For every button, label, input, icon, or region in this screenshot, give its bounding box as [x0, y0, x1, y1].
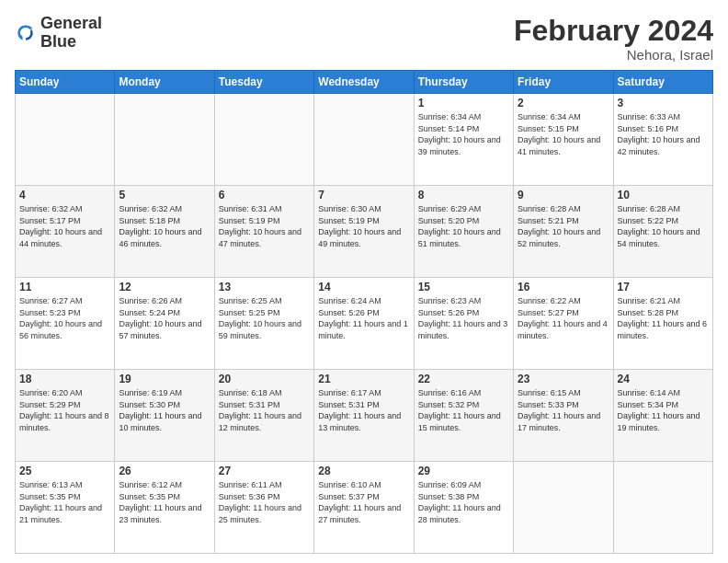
page: General Blue February 2024 Nehora, Israe…: [0, 0, 728, 563]
calendar-cell: 6Sunrise: 6:31 AM Sunset: 5:19 PM Daylig…: [214, 186, 313, 278]
calendar-cell: 11Sunrise: 6:27 AM Sunset: 5:23 PM Dayli…: [16, 278, 115, 370]
calendar-cell: 23Sunrise: 6:15 AM Sunset: 5:33 PM Dayli…: [514, 370, 613, 462]
calendar-cell: 21Sunrise: 6:17 AM Sunset: 5:31 PM Dayli…: [314, 370, 414, 462]
day-info: Sunrise: 6:09 AM Sunset: 5:38 PM Dayligh…: [418, 479, 509, 525]
day-info: Sunrise: 6:13 AM Sunset: 5:35 PM Dayligh…: [19, 479, 110, 525]
day-info: Sunrise: 6:22 AM Sunset: 5:27 PM Dayligh…: [518, 295, 609, 341]
calendar-cell: 13Sunrise: 6:25 AM Sunset: 5:25 PM Dayli…: [214, 278, 313, 370]
day-number: 26: [119, 465, 210, 477]
logo: General Blue: [15, 15, 102, 52]
calendar-cell: 29Sunrise: 6:09 AM Sunset: 5:38 PM Dayli…: [414, 462, 513, 554]
calendar-table: Sunday Monday Tuesday Wednesday Thursday…: [15, 70, 713, 554]
calendar-week-row: 1Sunrise: 6:34 AM Sunset: 5:14 PM Daylig…: [16, 94, 713, 186]
day-number: 15: [418, 281, 509, 293]
calendar-cell: 1Sunrise: 6:34 AM Sunset: 5:14 PM Daylig…: [414, 94, 513, 186]
col-wednesday: Wednesday: [314, 71, 414, 94]
day-number: 21: [318, 373, 409, 385]
day-info: Sunrise: 6:14 AM Sunset: 5:34 PM Dayligh…: [618, 387, 709, 433]
day-number: 6: [219, 189, 310, 201]
col-saturday: Saturday: [613, 71, 712, 94]
calendar-week-row: 11Sunrise: 6:27 AM Sunset: 5:23 PM Dayli…: [16, 278, 713, 370]
day-info: Sunrise: 6:25 AM Sunset: 5:25 PM Dayligh…: [219, 295, 310, 341]
day-number: 18: [19, 373, 110, 385]
day-info: Sunrise: 6:27 AM Sunset: 5:23 PM Dayligh…: [19, 295, 110, 341]
day-number: 4: [19, 189, 110, 201]
calendar-cell: 19Sunrise: 6:19 AM Sunset: 5:30 PM Dayli…: [115, 370, 214, 462]
day-number: 14: [318, 281, 409, 293]
col-monday: Monday: [115, 71, 214, 94]
day-info: Sunrise: 6:10 AM Sunset: 5:37 PM Dayligh…: [318, 479, 409, 525]
calendar-cell: [514, 462, 613, 554]
day-info: Sunrise: 6:34 AM Sunset: 5:15 PM Dayligh…: [518, 111, 609, 157]
calendar-cell: 26Sunrise: 6:12 AM Sunset: 5:35 PM Dayli…: [115, 462, 214, 554]
day-number: 10: [618, 189, 709, 201]
day-number: 20: [219, 373, 310, 385]
day-info: Sunrise: 6:17 AM Sunset: 5:31 PM Dayligh…: [318, 387, 409, 433]
day-number: 16: [518, 281, 609, 293]
calendar-cell: [214, 94, 313, 186]
day-number: 19: [119, 373, 210, 385]
calendar-cell: [314, 94, 414, 186]
day-number: 5: [119, 189, 210, 201]
day-info: Sunrise: 6:23 AM Sunset: 5:26 PM Dayligh…: [418, 295, 509, 341]
day-number: 27: [219, 465, 310, 477]
day-info: Sunrise: 6:28 AM Sunset: 5:21 PM Dayligh…: [518, 203, 609, 249]
main-title: February 2024: [514, 15, 713, 47]
calendar-week-row: 18Sunrise: 6:20 AM Sunset: 5:29 PM Dayli…: [16, 370, 713, 462]
logo-icon: [15, 22, 37, 44]
calendar-cell: 24Sunrise: 6:14 AM Sunset: 5:34 PM Dayli…: [613, 370, 712, 462]
day-number: 29: [418, 465, 509, 477]
day-number: 17: [618, 281, 709, 293]
calendar-week-row: 4Sunrise: 6:32 AM Sunset: 5:17 PM Daylig…: [16, 186, 713, 278]
calendar-cell: 22Sunrise: 6:16 AM Sunset: 5:32 PM Dayli…: [414, 370, 513, 462]
calendar-cell: [115, 94, 214, 186]
day-info: Sunrise: 6:26 AM Sunset: 5:24 PM Dayligh…: [119, 295, 210, 341]
calendar-cell: 5Sunrise: 6:32 AM Sunset: 5:18 PM Daylig…: [115, 186, 214, 278]
day-number: 9: [518, 189, 609, 201]
calendar-cell: 25Sunrise: 6:13 AM Sunset: 5:35 PM Dayli…: [16, 462, 115, 554]
calendar-cell: 16Sunrise: 6:22 AM Sunset: 5:27 PM Dayli…: [514, 278, 613, 370]
day-number: 2: [518, 97, 609, 109]
day-number: 8: [418, 189, 509, 201]
col-sunday: Sunday: [16, 71, 115, 94]
day-number: 7: [318, 189, 409, 201]
calendar-cell: 2Sunrise: 6:34 AM Sunset: 5:15 PM Daylig…: [514, 94, 613, 186]
logo-text: General Blue: [40, 15, 102, 52]
day-number: 28: [318, 465, 409, 477]
day-number: 3: [618, 97, 709, 109]
day-number: 23: [518, 373, 609, 385]
col-tuesday: Tuesday: [214, 71, 313, 94]
calendar-cell: 9Sunrise: 6:28 AM Sunset: 5:21 PM Daylig…: [514, 186, 613, 278]
calendar-cell: 28Sunrise: 6:10 AM Sunset: 5:37 PM Dayli…: [314, 462, 414, 554]
calendar-cell: 14Sunrise: 6:24 AM Sunset: 5:26 PM Dayli…: [314, 278, 414, 370]
subtitle: Nehora, Israel: [514, 47, 713, 63]
day-info: Sunrise: 6:32 AM Sunset: 5:18 PM Dayligh…: [119, 203, 210, 249]
day-number: 13: [219, 281, 310, 293]
day-number: 12: [119, 281, 210, 293]
calendar-cell: 10Sunrise: 6:28 AM Sunset: 5:22 PM Dayli…: [613, 186, 712, 278]
calendar-cell: 17Sunrise: 6:21 AM Sunset: 5:28 PM Dayli…: [613, 278, 712, 370]
calendar-cell: [613, 462, 712, 554]
day-number: 25: [19, 465, 110, 477]
col-friday: Friday: [514, 71, 613, 94]
day-info: Sunrise: 6:30 AM Sunset: 5:19 PM Dayligh…: [318, 203, 409, 249]
day-info: Sunrise: 6:29 AM Sunset: 5:20 PM Dayligh…: [418, 203, 509, 249]
day-info: Sunrise: 6:16 AM Sunset: 5:32 PM Dayligh…: [418, 387, 509, 433]
day-info: Sunrise: 6:21 AM Sunset: 5:28 PM Dayligh…: [618, 295, 709, 341]
day-info: Sunrise: 6:24 AM Sunset: 5:26 PM Dayligh…: [318, 295, 409, 341]
calendar-header-row: Sunday Monday Tuesday Wednesday Thursday…: [16, 71, 713, 94]
calendar-cell: 4Sunrise: 6:32 AM Sunset: 5:17 PM Daylig…: [16, 186, 115, 278]
day-info: Sunrise: 6:11 AM Sunset: 5:36 PM Dayligh…: [219, 479, 310, 525]
calendar-cell: 8Sunrise: 6:29 AM Sunset: 5:20 PM Daylig…: [414, 186, 513, 278]
day-number: 22: [418, 373, 509, 385]
day-info: Sunrise: 6:28 AM Sunset: 5:22 PM Dayligh…: [618, 203, 709, 249]
calendar-cell: 12Sunrise: 6:26 AM Sunset: 5:24 PM Dayli…: [115, 278, 214, 370]
calendar-cell: 20Sunrise: 6:18 AM Sunset: 5:31 PM Dayli…: [214, 370, 313, 462]
col-thursday: Thursday: [414, 71, 513, 94]
day-info: Sunrise: 6:31 AM Sunset: 5:19 PM Dayligh…: [219, 203, 310, 249]
calendar-cell: 7Sunrise: 6:30 AM Sunset: 5:19 PM Daylig…: [314, 186, 414, 278]
day-info: Sunrise: 6:32 AM Sunset: 5:17 PM Dayligh…: [19, 203, 110, 249]
day-info: Sunrise: 6:19 AM Sunset: 5:30 PM Dayligh…: [119, 387, 210, 433]
day-number: 24: [618, 373, 709, 385]
day-number: 11: [19, 281, 110, 293]
